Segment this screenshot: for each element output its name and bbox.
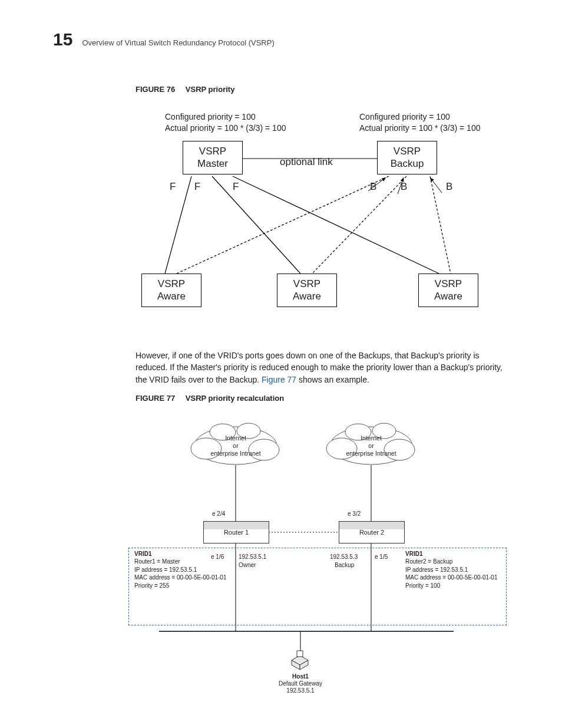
vsrp-aware-node: VSRP Aware bbox=[418, 274, 478, 307]
f-label: F bbox=[233, 181, 239, 193]
text: Aware bbox=[425, 290, 472, 302]
optional-link-label: optional link bbox=[280, 156, 333, 169]
backup-ip: 192.53.5.3 bbox=[330, 554, 358, 560]
svg-rect-30 bbox=[297, 651, 303, 657]
text: VSRP bbox=[425, 278, 472, 290]
fig76-right-annotation: Configured priority = 100 Actual priorit… bbox=[359, 111, 480, 134]
fig76-left-annotation: Configured priority = 100 Actual priorit… bbox=[165, 111, 286, 134]
backup-label: Backup bbox=[335, 562, 354, 568]
text: Aware bbox=[148, 290, 195, 302]
svg-marker-28 bbox=[292, 660, 300, 670]
figure-76-caption: FIGURE 76 VSRP priority bbox=[135, 85, 509, 94]
text: VSRP bbox=[283, 278, 330, 290]
text: or bbox=[342, 442, 401, 450]
text: IP address = 192.53.5.1 bbox=[134, 566, 197, 573]
svg-line-3 bbox=[233, 176, 439, 274]
text: Master bbox=[189, 157, 236, 170]
figure-77-title: VSRP priority recalculation bbox=[186, 394, 284, 403]
svg-marker-29 bbox=[300, 660, 308, 670]
svg-line-4 bbox=[177, 176, 389, 274]
owner-ip: 192.53.5.1 bbox=[239, 554, 266, 560]
text: Priority = 100 bbox=[405, 582, 440, 589]
figure-77-diagram: Internet or enterprise Intranet Internet… bbox=[124, 413, 509, 714]
text: Backup bbox=[384, 157, 431, 170]
host-label: Host1 Default Gateway 192.53.5.1 bbox=[271, 673, 330, 694]
b-label: B bbox=[401, 181, 407, 193]
text: 192.53.5.1 bbox=[286, 687, 314, 694]
router-2: Router 2 bbox=[339, 521, 405, 543]
text: Priority = 255 bbox=[134, 582, 169, 589]
text: Host1 bbox=[292, 673, 309, 680]
f-label: F bbox=[194, 181, 200, 193]
text: enterprise Intranet bbox=[206, 450, 265, 457]
svg-line-9 bbox=[430, 177, 442, 193]
text: VSRP bbox=[189, 145, 236, 157]
text: or bbox=[206, 442, 265, 450]
text: VRID1 bbox=[405, 551, 422, 557]
b-label: B bbox=[370, 181, 376, 193]
figure-77-caption: FIGURE 77 VSRP priority recalculation bbox=[135, 394, 509, 403]
text: shows an example. bbox=[296, 375, 369, 384]
page-header: 15 Overview of Virtual Switch Redundancy… bbox=[53, 29, 509, 50]
text: Configured priority = 100 bbox=[359, 111, 480, 123]
cloud-left-label: Internet or enterprise Intranet bbox=[206, 434, 265, 457]
vsrp-backup-node: VSRP Backup bbox=[377, 141, 437, 174]
text: VSRP bbox=[384, 145, 431, 157]
b-label: B bbox=[446, 181, 452, 193]
text: Default Gateway bbox=[279, 680, 322, 687]
vsrp-aware-node: VSRP Aware bbox=[141, 274, 201, 307]
text: Actual priority = 100 * (3/3) = 100 bbox=[359, 123, 480, 134]
text: Router1 = Master bbox=[134, 558, 180, 565]
text: Router2 = Backup bbox=[405, 558, 452, 565]
owner-label: Owner bbox=[239, 562, 256, 568]
svg-line-5 bbox=[312, 176, 406, 274]
vrid1-right: VRID1 Router2 = Backup IP address = 192.… bbox=[405, 550, 497, 590]
vsrp-aware-node: VSRP Aware bbox=[277, 274, 337, 307]
figure-76-diagram: Configured priority = 100 Actual priorit… bbox=[135, 106, 509, 341]
svg-marker-27 bbox=[292, 655, 308, 665]
text: VSRP bbox=[148, 278, 195, 290]
figure-77-prefix: FIGURE 77 bbox=[135, 394, 175, 403]
vrid1-left: VRID1 Router1 = Master IP address = 192.… bbox=[134, 550, 226, 590]
text: Configured priority = 100 bbox=[165, 111, 286, 123]
text: Actual priority = 100 * (3/3) = 100 bbox=[165, 123, 286, 134]
text: MAC address = 00-00-5E-00-01-01 bbox=[134, 574, 226, 581]
text: Internet bbox=[206, 434, 265, 442]
figure-77-link[interactable]: Figure 77 bbox=[262, 375, 296, 384]
svg-line-2 bbox=[212, 176, 300, 274]
chapter-number: 15 bbox=[53, 29, 72, 50]
header-title: Overview of Virtual Switch Redundancy Pr… bbox=[82, 38, 274, 47]
f-label: F bbox=[170, 181, 176, 193]
cloud-right-label: Internet or enterprise Intranet bbox=[342, 434, 401, 457]
port-e15: e 1/5 bbox=[375, 554, 388, 560]
figure-76-prefix: FIGURE 76 bbox=[135, 85, 175, 94]
text: MAC address = 00-00-5E-00-01-01 bbox=[405, 574, 497, 581]
vsrp-master-node: VSRP Master bbox=[183, 141, 243, 174]
text: IP address = 192.53.5.1 bbox=[405, 566, 468, 573]
router-1: Router 1 bbox=[203, 521, 269, 543]
port-e24: e 2/4 bbox=[212, 510, 225, 517]
body-paragraph: However, if one of the VRID's ports goes… bbox=[135, 350, 509, 386]
text: enterprise Intranet bbox=[342, 450, 401, 457]
figure-76-title: VSRP priority bbox=[186, 85, 235, 94]
svg-line-1 bbox=[165, 176, 191, 274]
text: VRID1 bbox=[134, 551, 151, 557]
text: Aware bbox=[283, 290, 330, 302]
port-e32: e 3/2 bbox=[348, 510, 361, 517]
text: Internet bbox=[342, 434, 401, 442]
